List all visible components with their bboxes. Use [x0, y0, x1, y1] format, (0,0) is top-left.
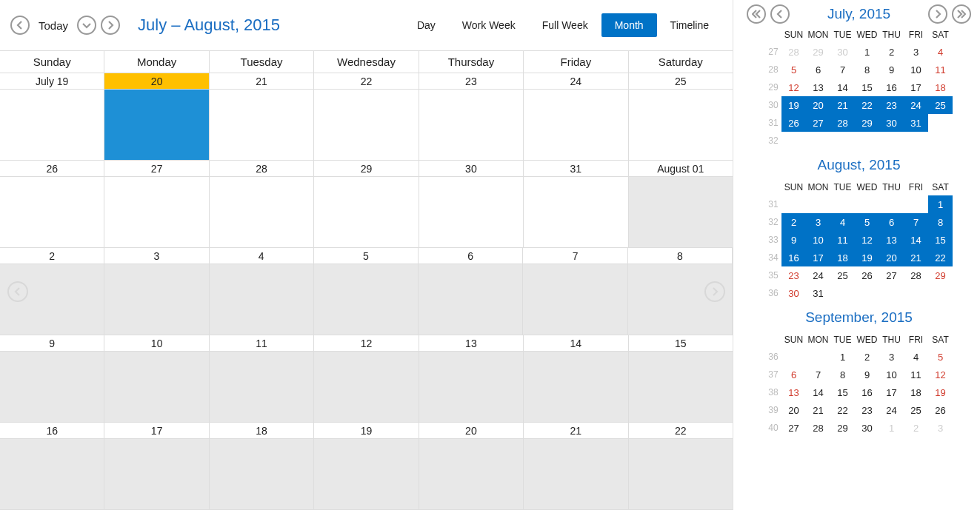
next-range-button[interactable] [101, 16, 120, 35]
mini-day-cell[interactable]: 28 [806, 419, 830, 437]
mini-day-cell[interactable]: 5 [781, 61, 806, 78]
day-cell[interactable]: 21 [210, 73, 314, 160]
today-button[interactable]: Today [39, 19, 68, 32]
mini-day-cell[interactable]: 8 [830, 366, 855, 383]
mini-day-cell[interactable]: 26 [855, 266, 879, 284]
mini-day-cell[interactable]: 29 [830, 419, 855, 437]
day-cell[interactable]: 19 [314, 423, 419, 509]
day-cell[interactable]: 20 [104, 73, 209, 160]
day-body[interactable] [314, 177, 418, 247]
day-cell[interactable]: 3 [104, 248, 209, 335]
mini-day-cell[interactable]: 19 [928, 383, 953, 401]
day-body[interactable] [524, 439, 627, 509]
view-tab-day[interactable]: Day [404, 13, 449, 37]
day-body[interactable] [629, 439, 733, 509]
day-cell[interactable]: 27 [104, 161, 209, 247]
mini-day-cell[interactable]: 3 [879, 348, 904, 366]
mini-day-cell[interactable]: 11 [928, 61, 953, 78]
mini-day-cell[interactable]: 28 [830, 114, 855, 132]
mini-day-cell[interactable]: 14 [830, 78, 855, 96]
day-body[interactable] [0, 177, 104, 247]
day-cell[interactable]: 7 [523, 248, 627, 335]
day-cell[interactable]: 13 [419, 335, 524, 422]
mini-day-cell[interactable]: 3 [904, 43, 928, 61]
day-body[interactable] [523, 264, 627, 335]
scroll-down-button[interactable] [77, 16, 96, 35]
mini-day-cell[interactable]: 12 [781, 78, 806, 96]
mini-day-cell[interactable]: 16 [781, 249, 806, 266]
day-body[interactable] [314, 264, 418, 335]
mini-day-cell[interactable]: 14 [904, 231, 928, 249]
day-body[interactable] [314, 352, 418, 422]
day-cell[interactable]: 24 [524, 73, 628, 160]
mini-day-cell[interactable]: 13 [879, 231, 904, 249]
day-cell[interactable]: 28 [210, 161, 314, 247]
mini-day-cell[interactable]: 1 [855, 43, 879, 61]
mini-day-cell[interactable]: 31 [904, 114, 928, 132]
mini-day-cell[interactable]: 13 [781, 383, 806, 401]
grid-prev-button[interactable] [7, 281, 28, 302]
mini-day-cell[interactable]: 2 [855, 348, 879, 366]
mini-day-cell[interactable]: 11 [904, 366, 928, 383]
day-body[interactable] [0, 439, 104, 509]
day-body[interactable] [210, 352, 313, 422]
mini-day-cell[interactable]: 22 [928, 249, 953, 266]
day-cell[interactable]: July 19 [0, 73, 104, 160]
day-body[interactable] [419, 352, 523, 422]
mini-day-cell[interactable]: 10 [879, 366, 904, 383]
mini-day-cell[interactable]: 7 [830, 61, 855, 78]
day-cell[interactable]: 22 [629, 423, 733, 509]
view-tab-work-week[interactable]: Work Week [449, 13, 529, 37]
day-cell[interactable]: 25 [629, 73, 733, 160]
day-cell[interactable]: 18 [210, 423, 314, 509]
mini-day-cell[interactable]: 2 [781, 213, 806, 231]
mini-day-cell[interactable]: 9 [879, 61, 904, 78]
day-cell[interactable]: 9 [0, 335, 104, 422]
day-cell[interactable]: 20 [419, 423, 524, 509]
mini-day-cell[interactable]: 11 [830, 231, 855, 249]
mini-day-cell[interactable]: 5 [928, 348, 953, 366]
mini-day-cell[interactable]: 17 [806, 249, 830, 266]
day-cell[interactable]: 16 [0, 423, 104, 509]
mini-day-cell[interactable]: 28 [904, 266, 928, 284]
mini-day-cell[interactable]: 30 [879, 114, 904, 132]
mini-day-cell[interactable]: 26 [781, 114, 806, 132]
nav-prev-month-button[interactable] [770, 4, 790, 24]
mini-day-cell[interactable]: 20 [806, 96, 830, 114]
mini-day-cell[interactable]: 10 [904, 61, 928, 78]
mini-day-cell[interactable]: 6 [781, 366, 806, 383]
day-body[interactable] [629, 352, 733, 422]
mini-day-cell[interactable]: 22 [830, 401, 855, 419]
day-cell[interactable]: 30 [419, 161, 524, 247]
day-cell[interactable]: 17 [104, 423, 209, 509]
mini-day-cell[interactable]: 4 [928, 43, 953, 61]
mini-day-cell[interactable]: 12 [855, 231, 879, 249]
day-cell[interactable]: 14 [524, 335, 628, 422]
mini-day-cell[interactable]: 7 [806, 366, 830, 383]
day-body[interactable] [314, 439, 418, 509]
mini-day-cell[interactable]: 15 [830, 383, 855, 401]
day-body[interactable] [210, 177, 313, 247]
mini-day-cell[interactable]: 26 [928, 401, 953, 419]
mini-day-cell[interactable]: 2 [904, 419, 928, 437]
mini-day-cell[interactable]: 8 [928, 213, 953, 231]
mini-calendar-title[interactable]: August, 2015 [747, 157, 971, 173]
day-cell[interactable]: 11 [210, 335, 314, 422]
mini-day-cell[interactable]: 28 [781, 43, 806, 61]
day-body[interactable] [419, 177, 523, 247]
mini-day-cell[interactable]: 15 [855, 78, 879, 96]
day-cell[interactable]: 5 [314, 248, 419, 335]
mini-day-cell[interactable]: 19 [855, 249, 879, 266]
mini-day-cell[interactable]: 30 [855, 419, 879, 437]
mini-day-cell[interactable]: 15 [928, 231, 953, 249]
mini-day-cell[interactable]: 16 [855, 383, 879, 401]
mini-day-cell[interactable]: 1 [928, 195, 953, 213]
day-body[interactable] [0, 90, 104, 160]
day-body[interactable] [0, 352, 104, 422]
day-body[interactable] [104, 177, 208, 247]
day-cell[interactable]: 29 [314, 161, 419, 247]
mini-day-cell[interactable]: 25 [830, 266, 855, 284]
grid-next-button[interactable] [704, 281, 725, 302]
day-body[interactable] [419, 439, 523, 509]
nav-next-year-button[interactable] [952, 4, 971, 24]
